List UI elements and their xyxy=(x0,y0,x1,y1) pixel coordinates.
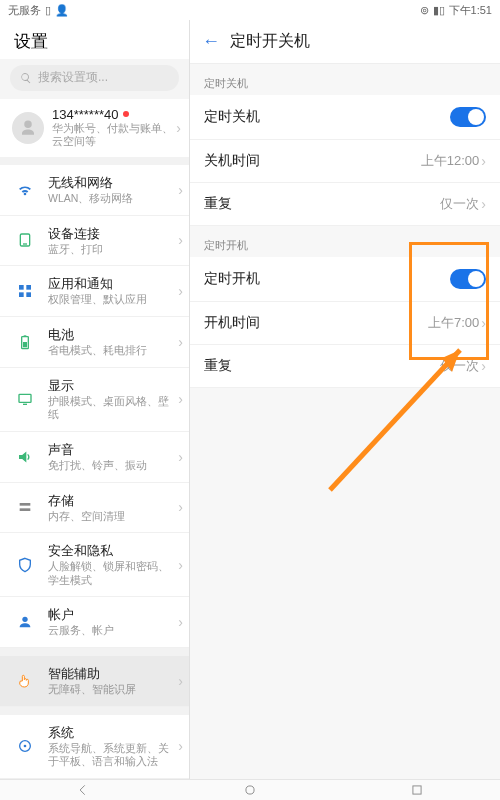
section-label: 定时开机 xyxy=(190,226,500,257)
sidebar-item-wifi[interactable]: 无线和网络WLAN、移动网络› xyxy=(0,165,189,216)
sidebar-item-sub: 内存、空间清理 xyxy=(48,510,176,524)
settings-title: 设置 xyxy=(0,20,189,59)
battery-icon xyxy=(12,329,38,355)
accounts-icon xyxy=(12,609,38,635)
svg-rect-11 xyxy=(20,503,31,506)
svg-rect-2 xyxy=(19,285,24,290)
carrier-text: 无服务 xyxy=(8,3,41,18)
storage-icon xyxy=(12,494,38,520)
chevron-right-icon: › xyxy=(176,182,183,198)
sidebar-item-label: 帐户 xyxy=(48,606,176,624)
back-button[interactable]: ← xyxy=(202,31,220,52)
sidebar-item-smart[interactable]: 智能辅助无障碍、智能识屏› xyxy=(0,656,189,707)
sidebar-item-accounts[interactable]: 帐户云服务、帐户› xyxy=(0,597,189,648)
chevron-right-icon: › xyxy=(176,449,183,465)
device-icon xyxy=(12,227,38,253)
apps-icon xyxy=(12,278,38,304)
chevron-right-icon: › xyxy=(479,153,486,169)
sidebar-item-sound[interactable]: 声音免打扰、铃声、振动› xyxy=(0,432,189,483)
setting-value: 仅一次 xyxy=(440,195,479,213)
svg-rect-1 xyxy=(23,244,27,245)
svg-point-15 xyxy=(24,745,27,748)
display-icon xyxy=(12,386,38,412)
wifi-icon: ⊚ xyxy=(420,4,429,17)
setting-label: 开机时间 xyxy=(204,314,428,332)
sidebar-item-system[interactable]: 系统系统导航、系统更新、关于平板、语言和输入法› xyxy=(0,715,189,779)
sidebar-item-sub: 蓝牙、打印 xyxy=(48,243,176,257)
sidebar-item-label: 系统 xyxy=(48,724,176,742)
svg-rect-4 xyxy=(19,292,24,297)
setting-off_repeat[interactable]: 重复仅一次› xyxy=(190,183,500,226)
sound-icon xyxy=(12,444,38,470)
svg-point-18 xyxy=(246,786,254,794)
setting-label: 重复 xyxy=(204,357,440,375)
section-label: 定时关机 xyxy=(190,64,500,95)
system-icon xyxy=(12,733,38,759)
sidebar-item-label: 设备连接 xyxy=(48,225,176,243)
setting-on_repeat[interactable]: 重复仅一次› xyxy=(190,345,500,388)
profile-icon: 👤 xyxy=(55,4,69,17)
detail-title: 定时开关机 xyxy=(230,31,310,52)
toggle-switch[interactable] xyxy=(450,269,486,289)
sidebar-item-sub: 权限管理、默认应用 xyxy=(48,293,176,307)
search-icon xyxy=(20,72,32,84)
account-row[interactable]: 134******40 华为帐号、付款与账单、云空间等 › xyxy=(0,99,189,165)
avatar xyxy=(12,112,44,144)
sidebar-item-label: 智能辅助 xyxy=(48,665,176,683)
sidebar-item-display[interactable]: 显示护眼模式、桌面风格、壁纸› xyxy=(0,368,189,432)
notification-dot xyxy=(123,111,129,117)
sidebar-item-security[interactable]: 安全和隐私人脸解锁、锁屏和密码、学生模式› xyxy=(0,533,189,597)
sim-icon: ▯ xyxy=(45,4,51,17)
nav-home-icon[interactable] xyxy=(243,783,257,797)
account-subtitle: 华为帐号、付款与账单、云空间等 xyxy=(52,122,174,149)
nav-bar xyxy=(0,779,500,800)
chevron-right-icon: › xyxy=(176,334,183,350)
toggle-switch[interactable] xyxy=(450,107,486,127)
settings-sidebar: 设置 搜索设置项... 134******40 华为帐号、付款与账单、云空间等 … xyxy=(0,20,190,779)
setting-value: 仅一次 xyxy=(440,357,479,375)
chevron-right-icon: › xyxy=(176,557,183,573)
setting-label: 重复 xyxy=(204,195,440,213)
status-bar: 无服务 ▯ 👤 ⊚ ▮▯ 下午1:51 xyxy=(0,0,500,20)
sidebar-item-sub: 云服务、帐户 xyxy=(48,624,176,638)
sidebar-item-sub: 省电模式、耗电排行 xyxy=(48,344,176,358)
sidebar-item-label: 声音 xyxy=(48,441,176,459)
sidebar-item-device[interactable]: 设备连接蓝牙、打印› xyxy=(0,216,189,267)
hand-icon xyxy=(12,668,38,694)
nav-recent-icon[interactable] xyxy=(410,783,424,797)
svg-point-13 xyxy=(22,617,27,622)
chevron-right-icon: › xyxy=(176,283,183,299)
detail-header: ← 定时开关机 xyxy=(190,20,500,64)
svg-rect-3 xyxy=(26,285,31,290)
chevron-right-icon: › xyxy=(176,738,183,754)
chevron-right-icon: › xyxy=(174,120,181,136)
setting-label: 定时开机 xyxy=(204,270,450,288)
chevron-right-icon: › xyxy=(176,232,183,248)
chevron-right-icon: › xyxy=(479,315,486,331)
sidebar-item-label: 安全和隐私 xyxy=(48,542,176,560)
sidebar-item-sub: 护眼模式、桌面风格、壁纸 xyxy=(48,395,176,422)
setting-on_time[interactable]: 开机时间上午7:00› xyxy=(190,302,500,345)
sidebar-item-apps[interactable]: 应用和通知权限管理、默认应用› xyxy=(0,266,189,317)
sidebar-item-sub: 免打扰、铃声、振动 xyxy=(48,459,176,473)
setting-on_toggle[interactable]: 定时开机 xyxy=(190,257,500,302)
sidebar-item-sub: 无障碍、智能识屏 xyxy=(48,683,176,697)
setting-off_time[interactable]: 关机时间上午12:00› xyxy=(190,140,500,183)
svg-rect-9 xyxy=(19,395,31,403)
sidebar-item-label: 应用和通知 xyxy=(48,275,176,293)
search-input[interactable]: 搜索设置项... xyxy=(10,65,179,91)
sidebar-item-sub: 人脸解锁、锁屏和密码、学生模式 xyxy=(48,560,176,587)
sidebar-item-label: 显示 xyxy=(48,377,176,395)
setting-label: 关机时间 xyxy=(204,152,421,170)
chevron-right-icon: › xyxy=(176,499,183,515)
detail-pane: ← 定时开关机 定时关机定时关机关机时间上午12:00›重复仅一次›定时开机定时… xyxy=(190,20,500,779)
setting-off_toggle[interactable]: 定时关机 xyxy=(190,95,500,140)
wifi-icon xyxy=(12,177,38,203)
clock-text: 下午1:51 xyxy=(449,3,492,18)
sidebar-item-sub: 系统导航、系统更新、关于平板、语言和输入法 xyxy=(48,742,176,769)
svg-rect-8 xyxy=(23,342,27,347)
sidebar-item-storage[interactable]: 存储内存、空间清理› xyxy=(0,483,189,534)
nav-back-icon[interactable] xyxy=(76,783,90,797)
svg-rect-7 xyxy=(24,335,27,336)
sidebar-item-battery[interactable]: 电池省电模式、耗电排行› xyxy=(0,317,189,368)
